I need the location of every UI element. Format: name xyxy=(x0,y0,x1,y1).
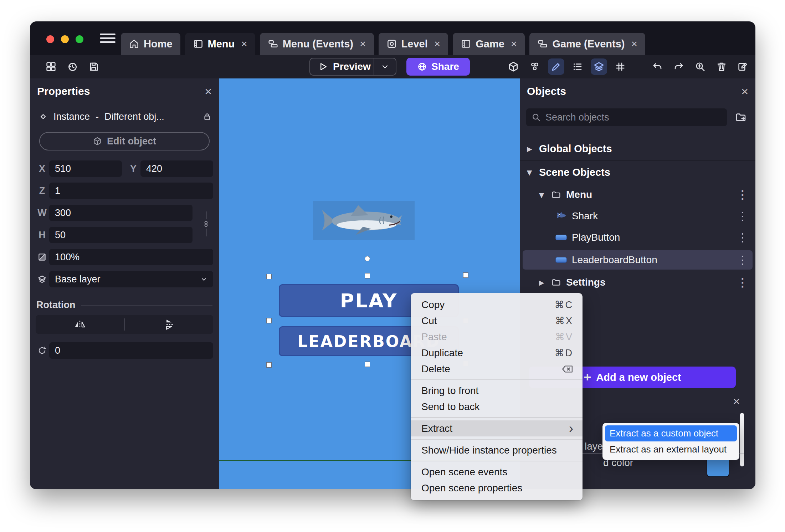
menu-item-show-hide-instance-properties[interactable]: Show/Hide instance properties xyxy=(411,442,583,458)
x-input[interactable] xyxy=(49,160,122,177)
tab-close-icon[interactable]: × xyxy=(360,39,366,49)
submenu-arrow-icon: › xyxy=(569,422,573,435)
instance-properties-icon[interactable] xyxy=(569,58,586,75)
redo-icon[interactable] xyxy=(671,58,687,75)
selection-handle-mid-left[interactable] xyxy=(266,318,272,323)
tree-item-shark[interactable]: Shark ⋮ xyxy=(523,208,753,225)
menu-item-extract[interactable]: Extract › xyxy=(411,420,583,436)
angle-input[interactable] xyxy=(49,342,213,359)
height-row: H xyxy=(35,227,213,243)
menu-item-shortcut: ⌘C xyxy=(555,299,574,311)
menu-item-send-to-back[interactable]: Send to back xyxy=(411,399,583,415)
menu-item-bring-to-front[interactable]: Bring to front xyxy=(411,383,583,399)
chevron-right-icon[interactable]: ▸ xyxy=(537,277,546,288)
position-row: X Y xyxy=(35,160,213,177)
selection-handle-top-left[interactable] xyxy=(266,274,272,279)
selection-handle-top-right[interactable] xyxy=(463,272,468,278)
menu-item-cut[interactable]: Cut ⌘X xyxy=(411,313,583,329)
chevron-down-icon[interactable]: ▾ xyxy=(537,189,546,200)
chevron-down-icon[interactable]: ▾ xyxy=(525,167,534,178)
edit-mode-icon[interactable] xyxy=(548,58,564,75)
main-menu-icon[interactable] xyxy=(100,32,116,44)
search-box[interactable] xyxy=(526,108,727,126)
tree-item-menu-folder[interactable]: ▾ Menu ⋮ xyxy=(523,186,753,203)
rotation-handle[interactable] xyxy=(365,256,370,261)
toolbar-left-group xyxy=(43,58,102,75)
close-icon[interactable]: × xyxy=(733,395,740,407)
layers-panel-icon[interactable] xyxy=(591,58,607,75)
tree-item-settings-folder[interactable]: ▸ Settings ⋮ xyxy=(523,274,753,291)
menu-item-copy[interactable]: Copy ⌘C xyxy=(411,297,583,313)
more-options-icon[interactable]: ⋮ xyxy=(737,277,748,288)
tab-close-icon[interactable]: × xyxy=(241,39,247,49)
preview-button-main[interactable]: Preview xyxy=(310,58,374,75)
close-icon[interactable]: × xyxy=(741,85,748,97)
y-input[interactable] xyxy=(140,160,213,177)
zoom-icon[interactable] xyxy=(692,58,708,75)
objects-mode-icon[interactable] xyxy=(527,58,543,75)
3d-view-icon[interactable] xyxy=(505,58,522,75)
rename-scene-icon[interactable] xyxy=(735,58,751,75)
close-icon[interactable]: × xyxy=(205,85,212,97)
delete-icon[interactable] xyxy=(713,58,730,75)
more-options-icon[interactable]: ⋮ xyxy=(737,210,748,222)
tree-item-playbutton[interactable]: PlayButton ⋮ xyxy=(523,229,753,246)
more-options-icon[interactable]: ⋮ xyxy=(737,232,748,243)
tab-close-icon[interactable]: × xyxy=(631,39,637,49)
minimize-window-button[interactable] xyxy=(61,35,69,43)
tree-item-label: Settings xyxy=(566,277,605,288)
flip-horizontal-button[interactable] xyxy=(36,315,124,334)
z-order-row: Z xyxy=(35,183,213,199)
submenu-item-extract-custom-object[interactable]: Extract as a custom object xyxy=(605,425,737,441)
opacity-row xyxy=(35,249,213,265)
flip-vertical-button[interactable] xyxy=(125,315,213,334)
preview-options-button[interactable] xyxy=(374,58,396,75)
menu-item-duplicate[interactable]: Duplicate ⌘D xyxy=(411,345,583,361)
menu-item-label: Cut xyxy=(421,315,437,327)
z-input[interactable] xyxy=(49,183,213,199)
save-icon[interactable] xyxy=(86,58,102,75)
more-options-icon[interactable]: ⋮ xyxy=(737,189,748,200)
more-options-icon[interactable]: ⋮ xyxy=(737,254,748,266)
scene-objects-section[interactable]: ▾ Scene Objects xyxy=(525,164,750,180)
tab-game-events[interactable]: Game (Events) × xyxy=(529,33,645,55)
height-input[interactable] xyxy=(49,227,193,243)
opacity-input[interactable] xyxy=(49,249,213,265)
scrollbar[interactable] xyxy=(740,413,744,466)
share-button[interactable]: Share xyxy=(406,58,470,76)
lock-icon[interactable] xyxy=(202,112,212,121)
search-objects-input[interactable] xyxy=(545,112,722,123)
grid-icon[interactable] xyxy=(612,58,628,75)
tab-close-icon[interactable]: × xyxy=(511,39,517,49)
chevron-right-icon[interactable]: ▸ xyxy=(525,143,534,154)
maximize-window-button[interactable] xyxy=(76,35,83,43)
layer-select[interactable]: Base layer xyxy=(49,271,213,287)
undo-icon[interactable] xyxy=(649,58,666,75)
selection-handle-bottom-left[interactable] xyxy=(266,362,272,368)
width-input[interactable] xyxy=(49,205,193,221)
edit-object-button[interactable]: Edit object xyxy=(39,132,210,150)
selection-handle-bottom-center[interactable] xyxy=(365,362,370,367)
tree-item-leaderboardbutton[interactable]: LeaderboardButton ⋮ xyxy=(523,250,753,270)
tab-level[interactable]: Level × xyxy=(379,33,448,55)
selection-handle-top-center[interactable] xyxy=(365,273,370,278)
tab-menu[interactable]: Menu × xyxy=(185,33,255,55)
new-folder-icon[interactable] xyxy=(733,109,749,126)
close-window-button[interactable] xyxy=(46,35,54,43)
submenu-item-extract-external-layout[interactable]: Extract as an external layout xyxy=(605,441,737,457)
preview-button[interactable]: Preview xyxy=(309,58,396,76)
lock-aspect-ratio-toggle[interactable] xyxy=(199,205,213,243)
history-icon[interactable] xyxy=(64,58,81,75)
global-objects-section[interactable]: ▸ Global Objects xyxy=(525,140,750,157)
project-manager-icon[interactable] xyxy=(43,58,59,75)
menu-item-open-scene-properties[interactable]: Open scene properties xyxy=(411,480,583,496)
tab-label: Home xyxy=(144,38,173,50)
tab-home[interactable]: Home xyxy=(121,33,180,55)
shark-sprite[interactable] xyxy=(313,201,415,240)
tab-menu-events[interactable]: Menu (Events) × xyxy=(260,33,374,55)
menu-item-delete[interactable]: Delete xyxy=(411,361,583,377)
tab-game[interactable]: Game × xyxy=(453,33,525,55)
tab-close-icon[interactable]: × xyxy=(434,39,441,49)
search-icon xyxy=(531,112,541,122)
menu-item-open-scene-events[interactable]: Open scene events xyxy=(411,464,583,480)
